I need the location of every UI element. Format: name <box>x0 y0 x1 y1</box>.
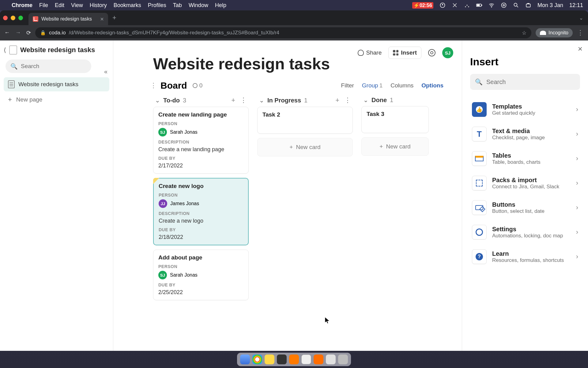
board-card[interactable]: Task 3 <box>361 106 429 133</box>
chevron-right-icon: › <box>576 130 578 138</box>
menubar-date[interactable]: Mon 3 Jan <box>537 2 563 9</box>
dock-app-6[interactable] <box>301 355 311 364</box>
insert-item-templates[interactable]: 👍 TemplatesGet started quickly › <box>470 97 580 122</box>
new-page-button[interactable]: + New page <box>4 91 109 108</box>
battery-icon[interactable] <box>476 2 482 8</box>
settings-button[interactable] <box>428 49 435 56</box>
insert-item-text[interactable]: T Text & mediaChecklist, page, image › <box>470 122 580 146</box>
maximize-window-button[interactable] <box>18 16 23 20</box>
address-bar[interactable]: 🔒 coda.io/d/Website-redesign-tasks_dSmUH… <box>35 27 531 38</box>
board-card[interactable]: Add about page PERSON SJ Sarah Jonas DUE… <box>153 250 249 300</box>
menu-history[interactable]: History <box>90 2 107 9</box>
sidebar-back-button[interactable]: ⟨ <box>4 46 6 54</box>
board-card[interactable]: Create new landing page PERSON SJ Sarah … <box>153 107 249 174</box>
dock-app-8[interactable] <box>326 355 336 364</box>
insert-button[interactable]: Insert <box>388 47 421 59</box>
share-button[interactable]: Share <box>358 49 382 56</box>
collapse-column-icon[interactable]: ⌄ <box>259 97 264 104</box>
columns-button[interactable]: Columns <box>390 82 413 89</box>
collapse-column-icon[interactable]: ⌄ <box>363 96 368 104</box>
column-menu-button[interactable]: ⋮ <box>240 96 247 104</box>
menu-window[interactable]: Window <box>189 2 208 9</box>
dock-app-5[interactable] <box>289 355 299 364</box>
menu-edit[interactable]: Edit <box>55 2 64 9</box>
tab-overflow-button[interactable]: ⌄ <box>579 15 583 21</box>
column-title[interactable]: Done <box>371 97 387 104</box>
insert-item-packs[interactable]: Packs & importConnect to Jira, Gmail, Sl… <box>470 171 580 195</box>
sidebar-page-item[interactable]: Website redesign tasks <box>4 77 109 91</box>
options-button[interactable]: Options <box>421 82 443 89</box>
control-center-icon[interactable] <box>501 2 507 8</box>
group-button[interactable]: Group1 <box>362 82 383 89</box>
link-icon <box>192 82 198 89</box>
add-card-button[interactable]: + <box>231 96 235 104</box>
status-icon-3[interactable] <box>464 2 470 8</box>
back-button[interactable]: ← <box>4 29 10 36</box>
collapse-sidebar-button[interactable]: « <box>104 68 107 75</box>
insert-search[interactable]: 🔍 Search <box>470 74 580 90</box>
insert-panel-title: Insert <box>470 56 580 68</box>
menu-help[interactable]: Help <box>215 2 226 9</box>
toolbox-icon[interactable] <box>525 2 531 8</box>
menubar-time[interactable]: 12:11 <box>569 2 583 9</box>
column-title[interactable]: In Progress <box>267 97 301 104</box>
doc-icon <box>9 45 17 55</box>
close-window-button[interactable] <box>3 16 8 20</box>
menu-profiles[interactable]: Profiles <box>148 2 166 9</box>
status-icon-2[interactable] <box>452 2 458 8</box>
incognito-badge[interactable]: Incognito <box>536 28 573 37</box>
menu-bookmarks[interactable]: Bookmarks <box>114 2 141 9</box>
field-label-due: DUE BY <box>159 227 243 232</box>
svg-point-9 <box>503 5 504 6</box>
dock-app-finder[interactable] <box>240 355 250 364</box>
column-header: ⌄ To-do 3 + ⋮ <box>153 94 249 107</box>
dock-app-7[interactable] <box>314 355 323 364</box>
menu-file[interactable]: File <box>39 2 48 9</box>
drag-handle-icon[interactable]: ⋮ <box>150 82 157 90</box>
buttons-icon <box>472 200 487 215</box>
close-panel-button[interactable]: × <box>578 44 582 54</box>
browser-tab[interactable]: Website redesign tasks × <box>28 13 108 25</box>
new-card-button[interactable]: + New card <box>257 138 353 156</box>
dock-app-notes[interactable] <box>265 355 274 364</box>
dock-app-chrome[interactable] <box>252 355 262 364</box>
forward-button[interactable]: → <box>15 29 21 36</box>
insert-item-tables[interactable]: TablesTable, boards, charts › <box>470 146 580 171</box>
wifi-icon[interactable] <box>488 2 495 8</box>
tab-strip: Website redesign tasks × + ⌄ <box>0 10 588 25</box>
new-card-button[interactable]: + New card <box>361 137 429 156</box>
plus-icon: + <box>289 144 293 151</box>
app-menu[interactable]: Chrome <box>12 2 32 9</box>
reload-button[interactable]: ⟳ <box>26 29 31 36</box>
board-backlinks[interactable]: 0 <box>193 82 203 89</box>
add-card-button[interactable]: + <box>335 96 339 104</box>
battery-indicator[interactable]: ⚡02:56 <box>412 2 433 9</box>
browser-menu-button[interactable]: ⋮ <box>577 29 584 37</box>
insert-item-learn[interactable]: ? LearnResources, formulas, shortcuts › <box>470 244 580 269</box>
sidebar-search[interactable]: 🔍 Search <box>6 59 91 73</box>
board-toolbar: Filter Group1 Columns Options <box>341 82 443 89</box>
board-card[interactable]: Create new logo PERSON JJ James Jonas DE… <box>153 178 249 245</box>
dock-app-trash[interactable] <box>338 355 348 364</box>
board-card[interactable]: Task 2 <box>257 107 353 134</box>
collapse-column-icon[interactable]: ⌄ <box>155 97 160 104</box>
dock-app-terminal[interactable] <box>277 355 287 364</box>
column-menu-button[interactable]: ⋮ <box>344 96 351 104</box>
column-title[interactable]: To-do <box>163 97 180 104</box>
status-icon-1[interactable] <box>439 2 446 8</box>
text-icon: T <box>472 127 487 141</box>
insert-item-settings[interactable]: SettingsAutomations, locking, doc map › <box>470 220 580 244</box>
board-title[interactable]: Board <box>160 80 187 91</box>
bookmark-star-icon[interactable]: ☆ <box>522 30 526 36</box>
user-avatar[interactable]: SJ <box>442 47 453 58</box>
spotlight-icon[interactable] <box>513 2 519 8</box>
tab-close-button[interactable]: × <box>100 16 104 23</box>
menu-tab[interactable]: Tab <box>173 2 182 9</box>
insert-item-buttons[interactable]: ButtonsButton, select list, date › <box>470 195 580 220</box>
new-tab-button[interactable]: + <box>112 14 116 22</box>
menu-view[interactable]: View <box>71 2 83 9</box>
sidebar-doc-title[interactable]: Website redesign tasks <box>20 46 95 54</box>
avatar: SJ <box>158 128 167 136</box>
minimize-window-button[interactable] <box>11 16 15 20</box>
filter-button[interactable]: Filter <box>341 82 354 89</box>
